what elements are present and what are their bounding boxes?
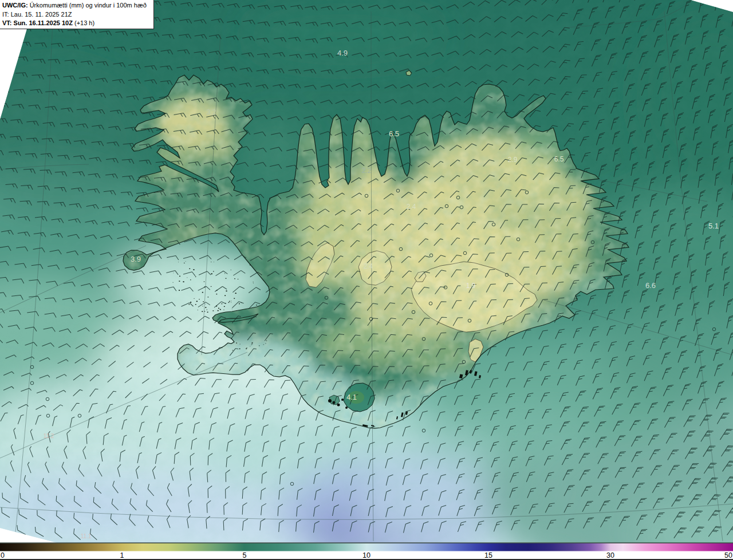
svg-text:6.5: 6.5 [389, 129, 399, 138]
svg-text:30: 30 [606, 551, 614, 559]
svg-text:4.1: 4.1 [346, 393, 357, 401]
svg-text:2.4: 2.4 [407, 203, 416, 211]
svg-text:10: 10 [362, 551, 371, 559]
svg-text:1: 1 [120, 551, 124, 559]
svg-text:2.4: 2.4 [364, 262, 373, 270]
svg-text:5.1: 5.1 [708, 222, 719, 230]
svg-text:6.6: 6.6 [645, 281, 656, 290]
svg-text:5: 5 [243, 551, 247, 559]
svg-text:15: 15 [484, 551, 492, 559]
svg-text:0: 0 [1, 551, 5, 559]
svg-text:3.9: 3.9 [131, 255, 141, 263]
svg-text:2.2: 2.2 [362, 167, 372, 175]
svg-text:50: 50 [724, 551, 732, 559]
svg-text:11.2: 11.2 [44, 433, 54, 439]
svg-text:11.1: 11.1 [81, 533, 92, 539]
svg-text:6.5: 6.5 [554, 155, 564, 163]
svg-text:1.9: 1.9 [466, 282, 476, 290]
svg-text:4.9: 4.9 [337, 49, 348, 57]
svg-text:3.2: 3.2 [207, 108, 216, 116]
svg-text:2.9: 2.9 [508, 156, 518, 164]
